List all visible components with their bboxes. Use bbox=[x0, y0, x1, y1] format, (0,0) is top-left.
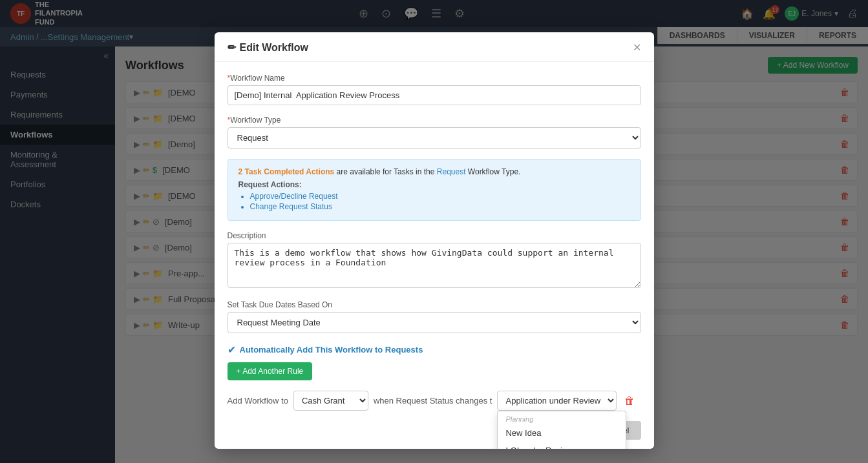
modal-header: ✏ Edit Workflow ✕ bbox=[215, 32, 654, 62]
modal-body: *Workflow Name *Workflow Type Request Pa… bbox=[215, 62, 654, 449]
workflow-info-box: 2 Task Completed Actions are available f… bbox=[228, 159, 641, 221]
workflow-type-group: *Workflow Type Request Payment Requireme… bbox=[228, 116, 641, 149]
status-select-container: Select a Status New Idea LOI under Revie… bbox=[497, 391, 617, 411]
description-group: Description This is a demo workflow that… bbox=[228, 231, 641, 290]
workflow-name-input[interactable] bbox=[228, 85, 641, 105]
edit-workflow-modal: ✏ Edit Workflow ✕ *Workflow Name *Workfl… bbox=[215, 32, 654, 449]
workflow-name-label: *Workflow Name bbox=[228, 74, 641, 83]
rule-status-select[interactable]: Select a Status New Idea LOI under Revie… bbox=[497, 391, 617, 411]
add-rule-button[interactable]: + Add Another Rule bbox=[228, 362, 313, 380]
rule-prefix-text: Add Workflow to bbox=[228, 396, 288, 406]
auto-add-text: Automatically Add This Workflow to Reque… bbox=[240, 345, 423, 355]
workflow-type-label: *Workflow Type bbox=[228, 116, 641, 125]
info-actions-list: Approve/Decline Request Change Request S… bbox=[238, 192, 630, 211]
check-circle-icon: ✔ bbox=[228, 344, 236, 356]
modal-close-button[interactable]: ✕ bbox=[633, 41, 641, 54]
description-label: Description bbox=[228, 231, 641, 240]
pencil-icon: ✏ bbox=[228, 41, 236, 54]
rule-delete-icon[interactable]: 🗑 bbox=[624, 395, 635, 407]
modal-overlay: ✏ Edit Workflow ✕ *Workflow Name *Workfl… bbox=[0, 0, 868, 463]
dropdown-item-loi-review[interactable]: LOI under Review bbox=[498, 442, 626, 449]
info-title: 2 Task Completed Actions are available f… bbox=[238, 167, 630, 176]
due-dates-label: Set Task Due Dates Based On bbox=[228, 300, 641, 309]
info-action-item: Change Request Status bbox=[250, 202, 630, 211]
due-dates-select[interactable]: Request Meeting Date Submission Date Due… bbox=[228, 312, 641, 333]
info-actions-label: Request Actions: bbox=[238, 180, 630, 189]
rule-grant-select[interactable]: Cash Grant In-Kind Grant Scholarship Fel… bbox=[293, 391, 368, 411]
rule-row: Add Workflow to Cash Grant In-Kind Grant… bbox=[228, 391, 641, 411]
dropdown-item-new-idea[interactable]: New Idea bbox=[498, 424, 626, 442]
modal-title: ✏ Edit Workflow bbox=[228, 41, 308, 54]
workflow-type-select[interactable]: Request Payment Requirement bbox=[228, 127, 641, 149]
info-action-item: Approve/Decline Request bbox=[250, 192, 630, 201]
workflow-name-group: *Workflow Name bbox=[228, 74, 641, 105]
due-dates-group: Set Task Due Dates Based On Request Meet… bbox=[228, 300, 641, 333]
rule-when-text: when Request Status changes t bbox=[374, 396, 492, 406]
description-input[interactable]: This is a demo workflow that shows how G… bbox=[228, 243, 641, 288]
dropdown-group-planning: Planning bbox=[498, 411, 626, 424]
status-dropdown-menu: Planning New Idea LOI under Review Pendi… bbox=[497, 411, 626, 449]
auto-add-section: ✔ Automatically Add This Workflow to Req… bbox=[228, 344, 641, 356]
